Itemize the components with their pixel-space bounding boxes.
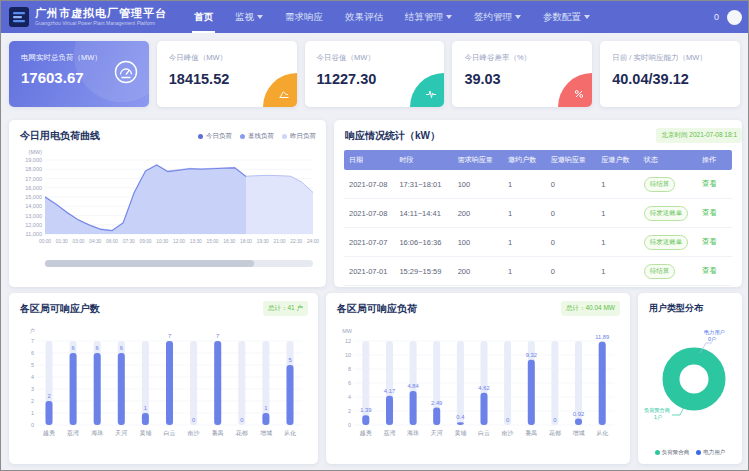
svg-text:0: 0 [553,417,556,423]
kpi-card-3: 今日峰谷差率（%）39.03 [452,41,592,107]
table-row: 2021-07-0814:11~14:41200101待发送账单查看 [344,199,732,228]
legend-item-1[interactable]: 基线负荷 [240,132,274,141]
donut-legend-item-0[interactable]: 负荷聚合商 [655,449,690,456]
pulse-icon [410,73,444,107]
view-link[interactable]: 查看 [702,179,717,188]
nav-item-1[interactable]: 监视 [224,1,274,33]
table-cell: 1 [503,180,546,189]
kpi-value: 11227.30 [317,71,377,87]
svg-text:1: 1 [31,410,34,416]
load-curve-card: 今日用电负荷曲线 今日负荷基线负荷昨日负荷 19,00018,00017,000… [9,120,326,287]
svg-text:07:30: 07:30 [123,239,135,244]
load-curve-legend: 今日负荷基线负荷昨日负荷 [198,132,316,141]
nav-item-2[interactable]: 需求响应 [274,1,334,33]
view-link[interactable]: 查看 [702,237,717,246]
svg-text:0: 0 [240,417,243,423]
svg-text:负荷聚合商: 负荷聚合商 [644,407,670,414]
legend-dot [655,450,660,455]
svg-text:户: 户 [30,328,36,334]
legend-dot [282,134,287,139]
table-cell: 查看 [697,179,732,189]
dashboard-page: 广州市虚拟电厂管理平台 Guangzhou Virtual Power Plan… [0,0,749,471]
svg-text:白云: 白云 [478,430,490,437]
kpi-label: 今日谷值（MW） [317,53,375,63]
svg-text:5: 5 [288,357,291,363]
svg-text:(MW): (MW) [29,149,43,155]
kpi-value: 17603.67 [21,69,84,86]
svg-text:越秀: 越秀 [43,429,55,437]
nav-item-0[interactable]: 首页 [183,1,224,33]
district-load-total-badge: 总计：40.04 MW [561,301,620,316]
nav-item-3[interactable]: 效果评估 [334,1,394,33]
kpi-card-0: 电网实时总负荷（MW）17603.67 [9,41,149,107]
table-cell: 1 [503,238,546,247]
kpi-label: 日前 / 实时响应能力（MW） [612,53,707,63]
nav-item-4[interactable]: 结算管理 [394,1,463,33]
svg-text:8: 8 [348,366,351,372]
kpi-row: 电网实时总负荷（MW）17603.67今日峰值（MW）18415.52今日谷值（… [9,41,740,107]
status-badge: 待结算 [644,177,676,192]
status-badge: 待发送账单 [644,235,689,250]
svg-text:天河: 天河 [115,430,127,436]
table-row: 2021-07-0115:29~15:59200101待结算查看 [344,257,732,286]
svg-text:越秀: 越秀 [360,429,372,437]
view-link[interactable]: 查看 [702,266,717,275]
notification-count[interactable]: 0 [714,12,719,22]
table-cell: 200 [453,267,503,276]
legend-item-2[interactable]: 昨日负荷 [282,132,316,141]
table-cell: 查看 [697,208,732,218]
view-link[interactable]: 查看 [702,208,717,217]
response-stats-title: 响应情况统计（kW） [345,129,440,143]
table-cell: 2021-07-07 [344,238,394,247]
svg-text:2: 2 [31,398,34,404]
svg-text:0: 0 [506,417,509,423]
legend-item-0[interactable]: 今日负荷 [198,132,232,141]
kpi-card-2: 今日谷值（MW）11227.30 [305,41,445,107]
response-table: 日期时段需求响应量邀约户数应邀响应量应邀户数状态操作2021-07-0817:3… [344,150,732,286]
chart-zoom-slider[interactable] [45,260,313,267]
table-row: 2021-07-0716:06~16:36100101待发送账单查看 [344,228,732,257]
legend-label: 电力用户 [703,449,725,456]
table-cell: 待结算 [639,177,697,192]
donut-legend-item-1[interactable]: 电力用户 [696,449,725,456]
kpi-card-4: 日前 / 实时响应能力（MW）40.04/39.12 [600,41,740,107]
svg-text:白云: 白云 [164,430,176,437]
svg-text:9.32: 9.32 [526,352,537,358]
svg-text:1户: 1户 [654,414,662,420]
column-header: 时段 [394,155,452,165]
nav-item-label: 结算管理 [405,11,443,24]
table-cell: 14:11~14:41 [394,209,452,218]
avatar[interactable] [727,10,742,25]
svg-text:1: 1 [144,405,147,411]
logo-icon [9,7,29,27]
legend-label: 昨日负荷 [290,132,316,141]
kpi-value: 18415.52 [169,71,229,87]
app-title-block: 广州市虚拟电厂管理平台 Guangzhou Virtual Power Plan… [35,8,167,26]
table-cell: 1 [596,180,639,189]
table-cell: 15:29~15:59 [394,267,452,276]
svg-text:南沙: 南沙 [502,430,514,436]
kpi-label: 今日峰谷差率（%） [464,53,531,63]
table-cell: 16:06~16:36 [394,238,452,247]
svg-text:10:30: 10:30 [156,239,168,244]
chart-zoom-selected[interactable] [45,260,254,267]
nav-item-5[interactable]: 签约管理 [463,1,532,33]
nav-item-6[interactable]: 参数配置 [532,1,601,33]
svg-text:6: 6 [120,345,123,351]
table-cell: 100 [453,180,503,189]
svg-text:1: 1 [264,405,267,411]
svg-text:2.49: 2.49 [431,400,442,406]
svg-text:18,000: 18,000 [25,166,42,172]
table-cell: 200 [453,209,503,218]
table-cell: 2021-07-01 [344,267,394,276]
svg-text:04:30: 04:30 [89,239,101,244]
svg-text:6: 6 [71,345,74,351]
svg-text:增城: 增城 [573,430,585,437]
nav-item-label: 首页 [194,11,213,24]
svg-text:0: 0 [348,422,351,428]
district-load-title: 各区局可响应负荷 [337,302,417,316]
table-cell: 0 [546,238,596,247]
chevron-down-icon [584,15,590,19]
svg-text:13,000: 13,000 [25,213,42,219]
table-cell: 1 [503,209,546,218]
